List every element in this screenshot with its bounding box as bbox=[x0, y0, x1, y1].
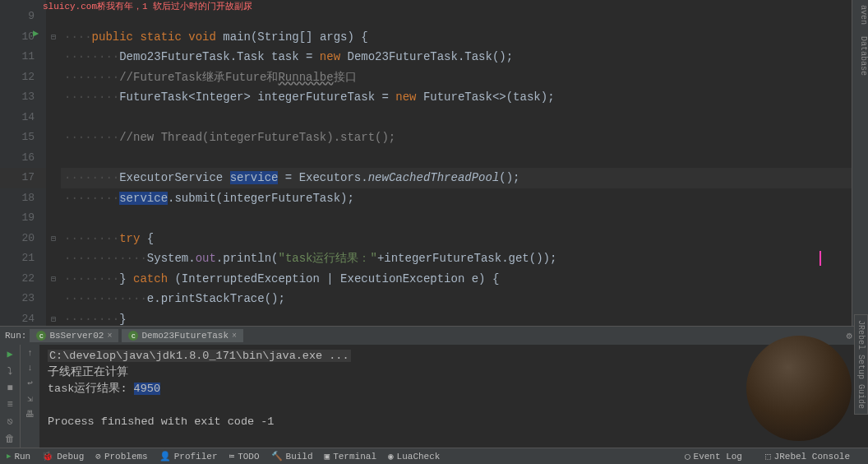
fold-icon[interactable]: ⊟ bbox=[46, 269, 61, 290]
line-number[interactable]: 10 bbox=[0, 27, 46, 48]
print-icon[interactable]: 🖶 bbox=[25, 409, 35, 420]
caret bbox=[820, 251, 821, 266]
console[interactable]: C:\develop\java\jdk1.8.0_171\bin\java.ex… bbox=[39, 345, 868, 450]
run-tab-demo[interactable]: C Demo23FutureTask × bbox=[122, 329, 243, 342]
status-jrebel[interactable]: ⬚JRebel Console bbox=[765, 451, 850, 462]
jrebel-guide-tab[interactable]: JRebel Setup Guide bbox=[854, 314, 868, 415]
run-label: Run: bbox=[5, 331, 26, 341]
gutter: 9 10 11 12 13 14 15 16 17 18 19 20 21 22… bbox=[0, 0, 46, 326]
line-number[interactable]: 22 bbox=[0, 269, 46, 290]
fold-icon[interactable]: ⊟ bbox=[46, 27, 61, 48]
line-number[interactable]: 18 bbox=[0, 188, 46, 209]
run-header: Run: C BsServer02 × C Demo23FutureTask ×… bbox=[0, 327, 868, 345]
console-output: 子线程正在计算 bbox=[48, 364, 860, 381]
line-number[interactable]: 15 bbox=[0, 128, 46, 148]
scroll-icon[interactable]: ⇲ bbox=[27, 393, 33, 404]
line-number[interactable]: 12 bbox=[0, 67, 46, 88]
app-icon: C bbox=[36, 331, 46, 341]
status-run[interactable]: ▶Run bbox=[7, 452, 30, 462]
right-toolwindow-bar[interactable]: aven Database bbox=[852, 0, 868, 326]
down-icon[interactable]: ↓ bbox=[27, 363, 33, 373]
run-panel: Run: C BsServer02 × C Demo23FutureTask ×… bbox=[0, 326, 868, 449]
trash-icon[interactable]: 🗑 bbox=[5, 433, 15, 445]
line-number[interactable]: 21 bbox=[0, 248, 46, 269]
editor: 9 10 11 12 13 14 15 16 17 18 19 20 21 22… bbox=[0, 0, 868, 326]
close-icon[interactable]: × bbox=[232, 332, 237, 341]
status-debug[interactable]: 🐞Debug bbox=[42, 451, 84, 462]
status-problems[interactable]: ⊘Problems bbox=[95, 451, 147, 462]
line-number[interactable]: 9 bbox=[0, 7, 46, 27]
line-number[interactable]: 19 bbox=[0, 208, 46, 229]
line-number[interactable]: 17 bbox=[0, 168, 46, 188]
line-number[interactable]: 13 bbox=[0, 87, 46, 108]
status-eventlog[interactable]: ◯Event Log bbox=[685, 451, 742, 462]
up-icon[interactable]: ↑ bbox=[27, 348, 33, 358]
status-terminal[interactable]: ▣Terminal bbox=[325, 451, 376, 462]
rerun-icon[interactable]: ▶ bbox=[7, 348, 12, 360]
status-build[interactable]: 🔨Build bbox=[271, 451, 313, 462]
fold-column: ⊟ ⊟ ⊟ ⊟ bbox=[46, 0, 61, 326]
attach-icon[interactable]: ⤵ bbox=[7, 365, 12, 378]
top-watermark: sluicy.com桥我有年，1 软后过小时的门开故副尿 bbox=[43, 0, 252, 12]
run-tab-bsserver[interactable]: C BsServer02 × bbox=[30, 329, 118, 342]
wrap-icon[interactable]: ↩ bbox=[27, 378, 33, 388]
line-number[interactable]: 14 bbox=[0, 108, 46, 128]
console-output: task运行结果: 4950 bbox=[48, 381, 860, 397]
line-number[interactable]: 23 bbox=[0, 289, 46, 309]
line-number[interactable]: 20 bbox=[0, 229, 46, 249]
run-toolbar: ▶ ⤵ ■ ≡ ⎋ 🗑 bbox=[0, 345, 20, 450]
status-luacheck[interactable]: ◉LuaCheck bbox=[388, 451, 440, 462]
code[interactable]: ····public static void main(String[] arg… bbox=[61, 0, 868, 326]
run-gutter-icon[interactable]: ▶ bbox=[33, 27, 39, 39]
status-profiler[interactable]: 👤Profiler bbox=[159, 451, 218, 462]
console-cmd: C:\develop\java\jdk1.8.0_171\bin\java.ex… bbox=[48, 350, 351, 362]
webcam-overlay bbox=[746, 336, 852, 441]
status-todo[interactable]: ≔TODO bbox=[229, 451, 260, 462]
app-icon: C bbox=[128, 331, 138, 341]
maven-tool[interactable]: aven bbox=[859, 5, 868, 25]
exit-icon[interactable]: ⎋ bbox=[7, 415, 12, 428]
line-number[interactable]: 16 bbox=[0, 148, 46, 169]
stop-icon[interactable]: ■ bbox=[7, 383, 12, 394]
line-number[interactable]: 11 bbox=[0, 47, 46, 67]
close-icon[interactable]: × bbox=[107, 332, 112, 341]
run-toolbar-2: ↑ ↓ ↩ ⇲ 🖶 bbox=[20, 345, 39, 450]
status-bar: ▶Run 🐞Debug ⊘Problems 👤Profiler ≔TODO 🔨B… bbox=[0, 448, 868, 464]
gear-icon[interactable]: ⚙ bbox=[847, 330, 852, 342]
fold-icon[interactable]: ⊟ bbox=[46, 229, 61, 249]
layout-icon[interactable]: ≡ bbox=[7, 399, 12, 411]
console-output: Process finished with exit code -1 bbox=[48, 414, 860, 430]
database-tool[interactable]: Database bbox=[859, 36, 868, 76]
